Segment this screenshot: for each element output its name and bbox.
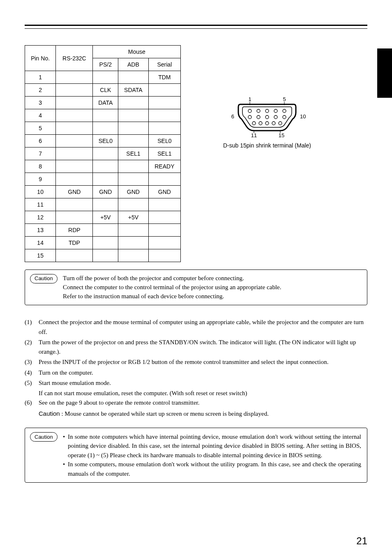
- cell-rs232c: TDP: [56, 237, 93, 249]
- procedure-num: (3): [25, 357, 39, 367]
- table-row: 9: [25, 173, 181, 186]
- cell-rs232c: [56, 97, 93, 109]
- conn-label-10: 10: [300, 113, 306, 120]
- svg-point-13: [272, 122, 275, 125]
- cell-rs232c: [56, 147, 93, 160]
- cell-ps2: GND: [93, 186, 118, 198]
- svg-point-1: [257, 109, 260, 113]
- svg-point-5: [248, 115, 251, 119]
- conn-label-15: 15: [279, 132, 284, 138]
- cell-serial: [148, 84, 180, 97]
- conn-label-1: 1: [248, 96, 251, 102]
- connector-caption: D-sub 15pin shrink terminal (Male): [218, 142, 316, 149]
- cell-adb: [118, 173, 149, 186]
- cell-ps2: [93, 198, 118, 211]
- conn-label-5: 5: [283, 96, 286, 102]
- conn-label-6: 6: [231, 113, 234, 120]
- cell-adb: [118, 109, 149, 122]
- table-row: 14TDP: [25, 237, 181, 249]
- cell-serial: [148, 198, 180, 211]
- procedure-item: (5)Start mouse emulation mode.: [25, 378, 367, 388]
- table-row: 1TDM: [25, 71, 181, 84]
- cell-ps2: [93, 109, 118, 122]
- procedure-text: Connect the projector and the mouse term…: [39, 318, 367, 337]
- cell-adb: SEL1: [118, 147, 149, 160]
- procedure-text: Press the INPUT of the projector or RGB …: [39, 357, 367, 367]
- svg-point-14: [279, 122, 282, 125]
- cell-adb: +5V: [118, 211, 149, 224]
- cell-adb: [118, 135, 149, 147]
- table-row: 10GNDGNDGNDGND: [25, 186, 181, 198]
- cell-rs232c: [56, 249, 93, 262]
- caution1-line3: Refer to the instruction manual of each …: [63, 292, 361, 301]
- th-rs232c: RS-232C: [56, 46, 93, 71]
- table-row: 6SEL0SEL0: [25, 135, 181, 147]
- cell-serial: SEL1: [148, 147, 180, 160]
- conn-label-11: 11: [251, 132, 257, 138]
- table-row: 7SEL1SEL1: [25, 147, 181, 160]
- caution1-line1: Turn off the power of both the projector…: [63, 274, 361, 283]
- cell-ps2: [93, 147, 118, 160]
- cell-rs232c: RDP: [56, 224, 93, 237]
- side-tab: [377, 48, 392, 98]
- cell-pin: 10: [25, 186, 56, 198]
- svg-point-10: [252, 122, 256, 125]
- cell-pin: 2: [25, 84, 56, 97]
- cell-pin: 12: [25, 211, 56, 224]
- cell-rs232c: [56, 173, 93, 186]
- svg-point-9: [283, 115, 286, 119]
- cell-pin: 6: [25, 135, 56, 147]
- procedure-item: (1)Connect the projector and the mouse t…: [25, 318, 367, 337]
- cell-pin: 15: [25, 249, 56, 262]
- cell-ps2: SEL0: [93, 135, 118, 147]
- svg-point-11: [259, 122, 262, 125]
- cell-serial: [148, 97, 180, 109]
- procedure-caution-note: Caution : Mouse cannot be operated while…: [39, 409, 367, 419]
- table-row: 12+5V+5V: [25, 211, 181, 224]
- svg-point-2: [265, 109, 269, 113]
- caution-label-1: Caution: [30, 274, 58, 283]
- page-number: 21: [356, 535, 367, 547]
- cell-ps2: [93, 122, 118, 135]
- caution2-bullet-2: In some computers, mouse emulation don't…: [68, 460, 361, 478]
- table-row: 3DATA: [25, 97, 181, 109]
- procedure-text: Start mouse emulation mode.: [39, 378, 367, 388]
- cell-pin: 13: [25, 224, 56, 237]
- cell-serial: [148, 211, 180, 224]
- cell-pin: 11: [25, 198, 56, 211]
- svg-point-6: [257, 115, 260, 119]
- cell-rs232c: [56, 135, 93, 147]
- procedure-text: Turn on the computer.: [39, 368, 367, 378]
- connector-diagram: 1 5 6 10 11 15: [218, 94, 316, 149]
- th-ps2: PS/2: [93, 58, 118, 71]
- th-pin: Pin No.: [25, 46, 56, 71]
- svg-point-3: [274, 109, 277, 113]
- cell-serial: GND: [148, 186, 180, 198]
- cell-pin: 4: [25, 109, 56, 122]
- procedure: (1)Connect the projector and the mouse t…: [25, 318, 367, 419]
- cell-serial: [148, 249, 180, 262]
- svg-point-0: [248, 109, 251, 113]
- cell-ps2: +5V: [93, 211, 118, 224]
- cell-ps2: [93, 160, 118, 173]
- th-adb: ADB: [118, 58, 149, 71]
- procedure-num: (1): [25, 318, 39, 337]
- cell-serial: TDM: [148, 71, 180, 84]
- procedure-indent-line: If can not start mouse emulation, reset …: [39, 389, 367, 398]
- procedure-text: Turn the power of the projector on and p…: [39, 338, 367, 357]
- cell-adb: [118, 249, 149, 262]
- cell-rs232c: [56, 160, 93, 173]
- procedure-num: (6): [25, 398, 39, 408]
- caution-box-1: Caution Turn off the power of both the p…: [25, 269, 367, 305]
- inline-caution-label: Caution: [39, 410, 60, 417]
- cell-ps2: CLK: [93, 84, 118, 97]
- cell-ps2: [93, 249, 118, 262]
- table-row: 15: [25, 249, 181, 262]
- cell-ps2: [93, 173, 118, 186]
- inline-caution-text: : Mouse cannot be operated while start u…: [60, 410, 269, 417]
- cell-pin: 14: [25, 237, 56, 249]
- svg-point-4: [283, 109, 286, 113]
- cell-rs232c: [56, 71, 93, 84]
- bullet-dot: •: [63, 460, 68, 478]
- th-serial: Serial: [148, 58, 180, 71]
